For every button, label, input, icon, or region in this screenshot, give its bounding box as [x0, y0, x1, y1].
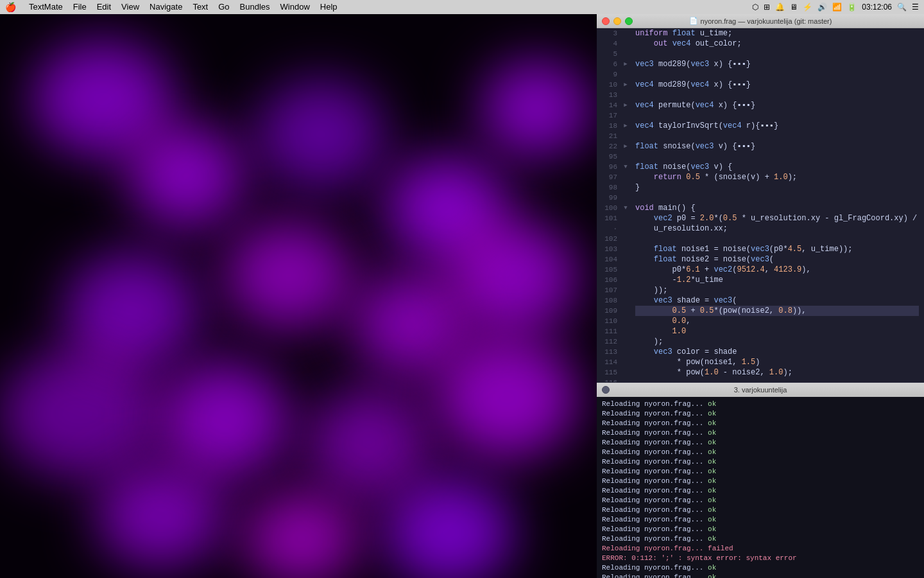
menu-text[interactable]: Text [187, 0, 213, 14]
volume-icon[interactable]: 🔊 [817, 3, 827, 12]
output-controls [602, 386, 610, 394]
shader-preview [0, 14, 597, 578]
editor-minimize-button[interactable] [613, 17, 621, 25]
menu-bundles[interactable]: Bundles [235, 0, 275, 14]
editor-panel: 📄 nyoron.frag — varjokuuntelija (git: ma… [597, 14, 924, 578]
menubar-status-area: ⬡ ⊞ 🔔 🖥 ⚡ 🔊 📶 🔋 03:12:06 🔍 ☰ [752, 3, 919, 12]
search-icon[interactable]: 🔍 [897, 3, 907, 12]
menu-edit[interactable]: Edit [92, 0, 116, 14]
output-log: Reloading nyoron.frag... okReloading nyo… [597, 397, 924, 578]
menu-help[interactable]: Help [315, 0, 343, 14]
output-panel: 3. varjokuuntelija Reloading nyoron.frag… [597, 382, 924, 578]
menu-textmate[interactable]: TextMate [24, 0, 68, 14]
menu-view[interactable]: View [116, 0, 144, 14]
apple-menu[interactable]: 🍎 [5, 2, 16, 12]
editor-window-controls [602, 17, 633, 25]
menu-navigate[interactable]: Navigate [144, 0, 187, 14]
menubar: 🍎 TextMate File Edit View Navigate Text … [0, 0, 924, 14]
menu-file[interactable]: File [68, 0, 92, 14]
bell-icon[interactable]: 🔔 [775, 3, 785, 12]
menu-go[interactable]: Go [213, 0, 234, 14]
editor-window-title: nyoron.frag — varjokuuntelija (git: mast… [701, 17, 832, 25]
battery-icon[interactable]: 🔋 [847, 3, 857, 12]
preview-panel: varjokuuntelija [0, 14, 597, 578]
clock: 03:12:06 [862, 3, 892, 12]
editor-maximize-button[interactable] [625, 17, 633, 25]
menu-window[interactable]: Window [275, 0, 315, 14]
dropbox-icon[interactable]: ⬡ [752, 3, 758, 12]
output-titlebar: 3. varjokuuntelija [597, 383, 924, 397]
grid-icon[interactable]: ⊞ [764, 3, 770, 12]
editor-close-button[interactable] [602, 17, 610, 25]
monitor-icon[interactable]: 🖥 [790, 3, 798, 12]
output-title: 3. varjokuuntelija [734, 386, 787, 394]
wifi-icon[interactable]: 📶 [832, 3, 842, 12]
bluetooth-icon[interactable]: ⚡ [803, 3, 812, 12]
output-dot [602, 386, 610, 394]
file-icon: 📄 [689, 17, 698, 25]
main-container: varjokuuntelija 📄 nyoron.frag — varjokuu… [0, 14, 924, 578]
list-icon[interactable]: ☰ [912, 3, 919, 12]
editor-titlebar: 📄 nyoron.frag — varjokuuntelija (git: ma… [597, 14, 924, 28]
